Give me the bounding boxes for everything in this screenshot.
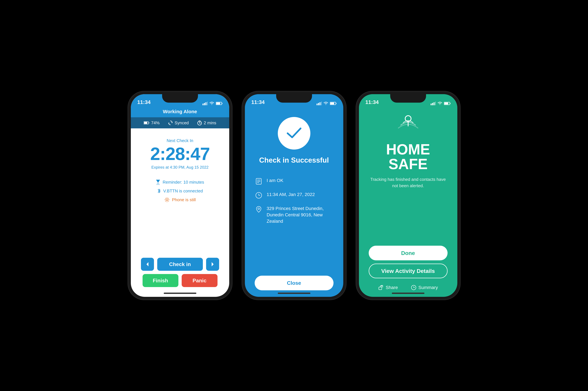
battery-icon-2 — [330, 102, 337, 105]
motion-icon — [164, 197, 170, 202]
reminder-item: Reminder: 10 minutes — [156, 179, 204, 185]
svg-line-22 — [168, 201, 169, 201]
phone-3: 11:34 — [356, 91, 460, 300]
motion-item: Phone is still — [164, 197, 196, 202]
svg-rect-40 — [431, 104, 432, 105]
phone1-header: Working Alone — [131, 107, 229, 117]
svg-point-39 — [258, 208, 260, 209]
home-indicator-1 — [164, 293, 196, 294]
summary-action[interactable]: Summary — [411, 285, 438, 290]
prev-button[interactable] — [141, 258, 154, 271]
svg-rect-43 — [435, 102, 436, 105]
location-detail-text: 329 Princes Street Dunedin, Dunedin Cent… — [267, 205, 333, 224]
signal-icon-3 — [431, 102, 436, 105]
phone-1: 11:34 — [128, 91, 232, 300]
phone1-body: Next Check In 2:28:47 Expires at 4:30 PM… — [131, 128, 229, 297]
svg-rect-45 — [450, 103, 451, 104]
svg-marker-10 — [171, 122, 172, 123]
svg-line-23 — [168, 198, 169, 199]
svg-rect-1 — [204, 103, 205, 105]
done-button[interactable]: Done — [369, 246, 448, 260]
close-button[interactable]: Close — [255, 276, 333, 290]
share-action[interactable]: Share — [378, 285, 398, 290]
svg-rect-25 — [316, 104, 317, 105]
notch-1 — [162, 94, 198, 103]
battery-status: 74% — [144, 120, 160, 125]
home-indicator-2 — [278, 293, 310, 294]
location-detail-icon — [255, 205, 263, 213]
bluetooth-item: V.BTTN is connected — [157, 188, 203, 194]
signal-icon-2 — [316, 102, 322, 105]
svg-rect-28 — [321, 102, 322, 105]
checkin-button[interactable]: Check in — [157, 258, 203, 271]
detail-location-row: 329 Princes Street Dunedin, Dunedin Cent… — [255, 205, 333, 224]
home-safe-subtitle: Tracking has finished and contacts have … — [369, 176, 448, 189]
checkmark-circle — [278, 117, 310, 150]
phone-2: 11:34 — [242, 91, 346, 300]
wifi-icon-2 — [323, 102, 328, 105]
checkin-success-title: Check in Successful — [259, 156, 329, 164]
time-1: 11:34 — [137, 99, 151, 105]
phones-container: 11:34 — [128, 91, 460, 300]
wifi-icon-3 — [437, 102, 442, 105]
share-icon — [378, 285, 384, 290]
status-detail-text: I am OK — [267, 177, 284, 184]
sync-icon — [168, 120, 173, 125]
wifi-icon-1 — [209, 102, 214, 105]
chevron-left-icon — [145, 262, 149, 267]
finish-button[interactable]: Finish — [143, 274, 178, 287]
svg-rect-5 — [222, 103, 222, 104]
phone2-body: Check in Successful I — [245, 107, 343, 297]
detail-time-row: 11:34 AM, Jan 27, 2022 — [255, 191, 333, 199]
time-detail-icon — [255, 191, 263, 199]
home-safe-icon — [395, 114, 421, 136]
svg-point-16 — [166, 199, 168, 201]
signal-icon-1 — [202, 102, 208, 105]
clock-icon — [255, 192, 262, 199]
notch-3 — [390, 94, 426, 103]
svg-marker-11 — [169, 123, 170, 124]
chevron-right-icon — [211, 262, 214, 267]
expires-label: Expires at 4:30 PM, Aug 15 2022 — [151, 165, 208, 170]
phone3-action-buttons: Done View Activity Details — [369, 246, 448, 278]
phone3-footer: Share Summary — [378, 285, 438, 290]
bluetooth-icon — [157, 188, 161, 194]
battery-icon-3 — [444, 102, 451, 105]
notch-2 — [276, 94, 312, 103]
battery-icon-1 — [216, 102, 223, 105]
svg-rect-42 — [434, 102, 435, 105]
time-detail-text: 11:34 AM, Jan 27, 2022 — [267, 191, 315, 197]
detail-status-row: I am OK — [255, 177, 333, 185]
panic-button[interactable]: Panic — [182, 274, 217, 287]
phone3-body: HOME SAFE Tracking has finished and cont… — [359, 107, 457, 297]
status-detail-icon — [255, 177, 263, 185]
phone1-bottom-buttons: Finish Panic — [143, 274, 217, 287]
status-icons-1 — [202, 102, 223, 105]
home-indicator-3 — [392, 293, 424, 294]
svg-rect-31 — [330, 102, 334, 104]
svg-rect-41 — [432, 103, 433, 105]
checkin-timer: 2:28:47 — [150, 145, 210, 163]
sync-status: Synced — [168, 120, 189, 125]
summary-icon — [411, 285, 416, 290]
checkmark-icon — [286, 127, 302, 140]
radar-person-icon — [395, 114, 421, 135]
phone1-subbar: 74% Synced — [131, 117, 229, 128]
status-items: Reminder: 10 minutes V.BTTN is connected — [156, 179, 204, 202]
svg-rect-46 — [444, 102, 448, 104]
next-checkin-label: Next Check In — [167, 138, 193, 143]
phone1-nav-buttons: Check in — [141, 258, 219, 271]
svg-rect-30 — [336, 103, 336, 104]
time-3: 11:34 — [366, 99, 379, 105]
view-activity-button[interactable]: View Activity Details — [369, 264, 448, 278]
svg-rect-49 — [379, 287, 382, 290]
home-safe-title: HOME SAFE — [386, 142, 430, 171]
svg-rect-26 — [318, 103, 319, 105]
timer-icon — [197, 120, 202, 125]
svg-rect-9 — [144, 122, 147, 124]
next-button[interactable] — [206, 258, 219, 271]
svg-rect-3 — [207, 102, 208, 105]
svg-rect-2 — [205, 102, 206, 105]
time-2: 11:34 — [251, 99, 265, 105]
svg-line-24 — [165, 201, 166, 201]
